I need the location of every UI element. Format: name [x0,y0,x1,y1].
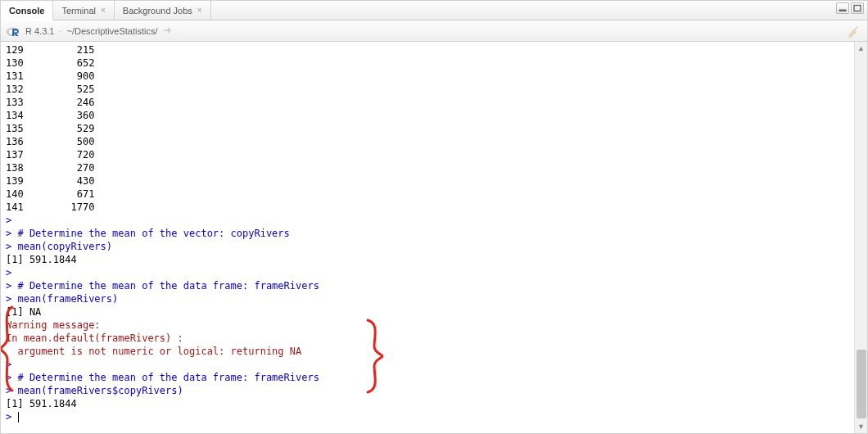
ide-panel: Console Terminal × Background Jobs × [0,0,868,434]
console-line: > # Determine the mean of the vector: co… [6,227,849,240]
tab-bar: Console Terminal × Background Jobs × [1,1,867,20]
clear-console-icon[interactable] [846,24,861,40]
console-area: 129 215130 652131 900132 525133 246134 3… [1,42,867,433]
scrollbar-thumb[interactable] [857,350,866,418]
console-line: 129 215 [6,43,849,57]
vertical-scrollbar[interactable]: ▲ ▼ [854,42,867,433]
tab-bgjobs-label: Background Jobs [123,6,192,16]
maximize-button[interactable] [851,2,864,14]
close-icon[interactable]: × [101,7,106,15]
console-line: > # Determine the mean of the data frame… [6,371,849,384]
console-line: 140 671 [6,188,849,201]
console-line: 131 900 [6,70,849,83]
console-line: [1] 591.1844 [6,253,849,266]
tab-terminal-label: Terminal [61,6,96,16]
console-line: Warning message: [6,319,849,332]
console-line: 137 720 [6,148,849,161]
console-line: 141 1770 [6,201,849,214]
text-cursor [18,412,19,423]
tab-terminal[interactable]: Terminal × [53,1,114,20]
separator-dot: · [59,26,61,36]
console-line: 130 652 [6,57,849,70]
minimize-button[interactable] [836,2,849,14]
console-toolbar: R 4.3.1 · ~/DescriptiveStatistics/ [1,20,867,42]
console-output[interactable]: 129 215130 652131 900132 525133 246134 3… [1,42,854,433]
close-icon[interactable]: × [197,7,202,15]
console-line: > [6,266,849,279]
console-line: In mean.default(frameRivers) : [6,332,849,345]
panel-window-controls [836,2,864,14]
console-line: > [6,358,849,371]
console-line: 136 500 [6,135,849,148]
console-line: [1] 591.1844 [6,397,849,410]
working-directory-label: ~/DescriptiveStatistics/ [67,26,158,36]
console-prompt[interactable]: > [6,410,849,423]
tab-console-label: Console [9,6,44,16]
svg-rect-1 [854,6,861,11]
console-line: 133 246 [6,96,849,109]
console-line: 138 270 [6,161,849,174]
r-logo-icon [6,24,20,38]
console-line: > mean(copyRivers) [6,240,849,253]
tab-console[interactable]: Console [1,1,53,20]
console-line: 134 360 [6,109,849,122]
console-line: > mean(frameRivers) [6,292,849,305]
console-line: [1] NA [6,305,849,319]
console-line: > [6,214,849,227]
console-line: argument is not numeric or logical: retu… [6,345,849,358]
console-line: 139 430 [6,174,849,188]
r-version-label: R 4.3.1 [25,26,54,36]
scroll-up-icon[interactable]: ▲ [855,42,867,55]
go-to-directory-icon[interactable] [162,25,174,37]
scroll-down-icon[interactable]: ▼ [855,420,867,433]
console-line: > # Determine the mean of the data frame… [6,279,849,292]
console-line: 132 525 [6,83,849,96]
console-line: > mean(frameRivers$copyRivers) [6,384,849,397]
console-line: 135 529 [6,122,849,135]
svg-rect-0 [839,10,846,11]
tab-background-jobs[interactable]: Background Jobs × [115,1,211,20]
